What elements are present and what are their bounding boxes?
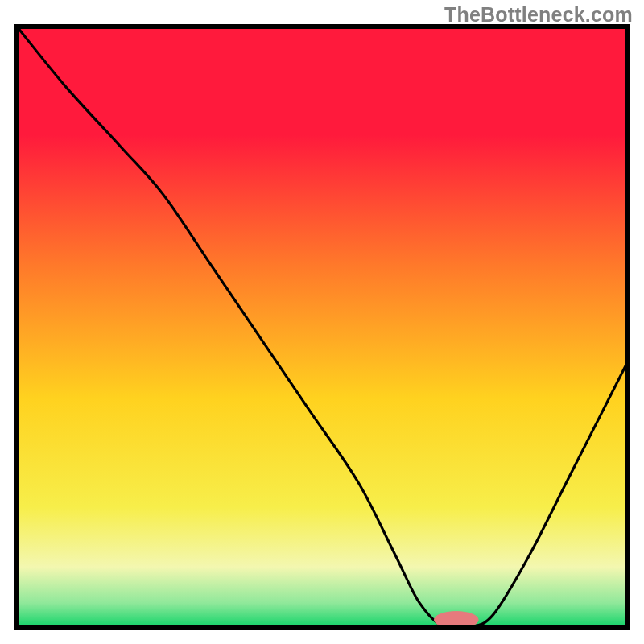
watermark-text: TheBottleneck.com [444,3,633,27]
bottleneck-chart [0,0,644,644]
plot-background [17,27,627,627]
chart-stage: TheBottleneck.com [0,0,644,644]
